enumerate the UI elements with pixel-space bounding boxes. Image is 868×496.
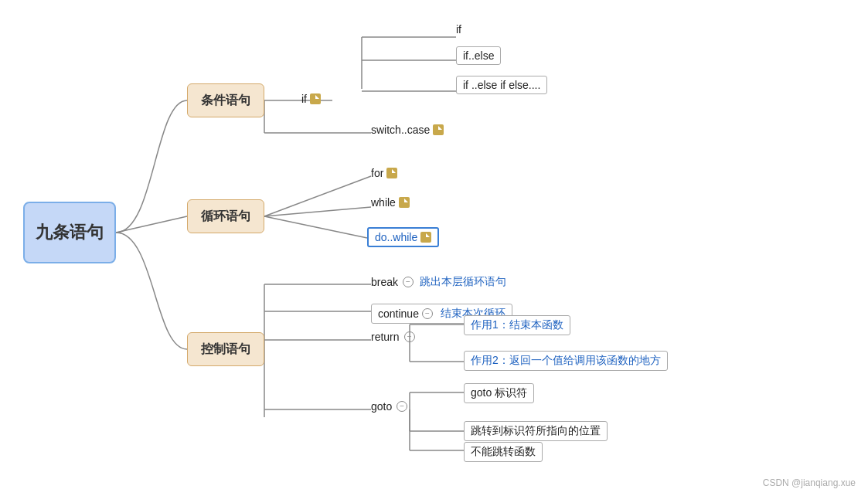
item-while: while	[371, 196, 410, 209]
item-if-else-if: if ..else if else....	[456, 76, 547, 94]
circle-icon-return	[404, 331, 415, 342]
root-node: 九条语句	[23, 202, 116, 263]
item-goto-label: goto	[371, 400, 407, 413]
if-group-label: if	[301, 93, 321, 105]
mind-map-canvas: 九条语句 条件语句 循环语句 控制语句 if if if..else if ..…	[0, 0, 868, 496]
circle-icon-continue	[422, 308, 433, 319]
item-for: for	[371, 167, 397, 179]
category-condition: 条件语句	[187, 83, 264, 117]
item-switch-case: switch..case	[371, 124, 444, 136]
note-icon-while	[399, 197, 410, 208]
item-do-while: do..while	[367, 227, 439, 247]
svg-line-9	[264, 207, 371, 216]
note-icon-dowhile	[420, 232, 431, 243]
svg-line-10	[264, 216, 367, 238]
root-label: 九条语句	[36, 221, 104, 244]
item-return-desc2: 作用2：返回一个值给调用该函数的地方	[464, 351, 668, 371]
item-if: if	[456, 23, 461, 36]
note-icon-for	[386, 168, 397, 178]
note-icon-switch	[433, 124, 444, 135]
item-goto-desc3: 不能跳转函数	[464, 442, 543, 462]
connector-lines	[0, 0, 868, 496]
svg-line-0	[116, 216, 187, 233]
item-break: break 跳出本层循环语句	[371, 275, 506, 289]
item-goto-desc1: goto 标识符	[464, 383, 534, 403]
item-return-label: return	[371, 331, 415, 343]
item-return-desc1: 作用1：结束本函数	[464, 315, 570, 335]
circle-icon-goto	[397, 401, 407, 412]
watermark: CSDN @jianqiang.xue	[763, 477, 856, 488]
circle-icon-break	[403, 277, 414, 287]
item-if-else: if..else	[456, 46, 501, 65]
category-loop: 循环语句	[187, 199, 264, 233]
svg-line-8	[264, 176, 371, 216]
category-control: 控制语句	[187, 332, 264, 366]
item-goto-desc2: 跳转到标识符所指向的位置	[464, 421, 608, 441]
note-icon	[310, 93, 321, 104]
